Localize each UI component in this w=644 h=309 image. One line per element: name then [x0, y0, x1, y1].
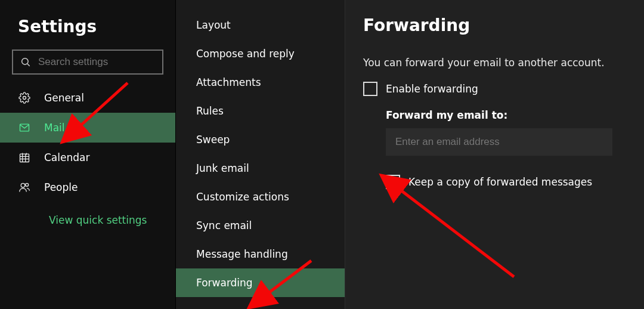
sidebar-item-label: Mail: [44, 122, 65, 134]
sub-item-label: Customize actions: [196, 191, 289, 203]
sub-item-attachments[interactable]: Attachments: [176, 68, 345, 97]
settings-content: Forwarding You can forward your email to…: [345, 0, 644, 309]
search-container: [0, 50, 175, 83]
sub-item-sweep[interactable]: Sweep: [176, 125, 345, 154]
sub-item-label: Message handling: [196, 248, 288, 260]
sub-item-junk-email[interactable]: Junk email: [176, 154, 345, 183]
calendar-icon: [18, 152, 31, 163]
gear-icon: [18, 92, 31, 104]
sidebar-item-label: People: [44, 181, 78, 193]
people-icon: [18, 181, 31, 193]
svg-line-1: [27, 64, 30, 66]
sidebar-item-label: General: [44, 92, 84, 104]
keep-copy-label: Keep a copy of forwarded messages: [408, 176, 592, 188]
sub-item-forwarding[interactable]: Forwarding: [176, 268, 345, 297]
view-quick-settings-link[interactable]: View quick settings: [0, 202, 175, 226]
sub-item-label: Attachments: [196, 76, 261, 88]
sub-item-label: Forwarding: [196, 277, 253, 289]
sidebar-item-people[interactable]: People: [0, 172, 175, 202]
sub-item-label: Compose and reply: [196, 48, 295, 60]
settings-sidebar: Settings General Mail: [0, 0, 175, 309]
section-title: Forwarding: [363, 16, 644, 57]
search-input[interactable]: [38, 56, 155, 68]
sidebar-item-calendar[interactable]: Calendar: [0, 143, 175, 172]
app-root: Settings General Mail: [0, 0, 644, 309]
svg-point-11: [21, 183, 25, 187]
mail-icon: [18, 122, 31, 134]
sub-item-layout[interactable]: Layout: [176, 11, 345, 39]
sub-item-sync-email[interactable]: Sync email: [176, 211, 345, 240]
sub-item-message-handling[interactable]: Message handling: [176, 240, 345, 268]
keep-copy-checkbox[interactable]: [386, 175, 400, 189]
forwarding-details: Forward my email to: Keep a copy of forw…: [363, 109, 644, 189]
sub-item-label: Sweep: [196, 134, 230, 146]
sidebar-item-label: Calendar: [44, 152, 89, 163]
sub-item-label: Layout: [196, 19, 231, 31]
svg-point-2: [23, 97, 26, 100]
sub-item-compose-reply[interactable]: Compose and reply: [176, 39, 345, 68]
enable-forwarding-row: Enable forwarding: [363, 82, 644, 96]
mail-settings-list: Layout Compose and reply Attachments Rul…: [176, 0, 345, 297]
keep-copy-row: Keep a copy of forwarded messages: [386, 175, 644, 189]
enable-forwarding-checkbox[interactable]: [363, 82, 377, 96]
sidebar-item-general[interactable]: General: [0, 83, 175, 113]
forward-email-input[interactable]: [386, 128, 612, 156]
settings-subpanel: Layout Compose and reply Attachments Rul…: [175, 0, 345, 309]
sub-item-rules[interactable]: Rules: [176, 97, 345, 125]
sidebar-item-mail[interactable]: Mail: [0, 113, 175, 143]
section-description: You can forward your email to another ac…: [363, 57, 644, 69]
enable-forwarding-label: Enable forwarding: [386, 83, 478, 95]
svg-point-0: [22, 58, 29, 65]
sub-item-label: Rules: [196, 105, 224, 117]
settings-category-list: General Mail Calendar People: [0, 83, 175, 202]
search-box[interactable]: [12, 50, 163, 75]
search-icon: [20, 57, 31, 67]
sub-item-customize-actions[interactable]: Customize actions: [176, 183, 345, 211]
forward-to-label: Forward my email to:: [386, 109, 644, 121]
sub-item-label: Junk email: [196, 162, 249, 174]
page-title: Settings: [0, 0, 175, 50]
svg-point-12: [26, 183, 29, 186]
svg-rect-4: [20, 154, 29, 162]
sub-item-label: Sync email: [196, 220, 252, 231]
